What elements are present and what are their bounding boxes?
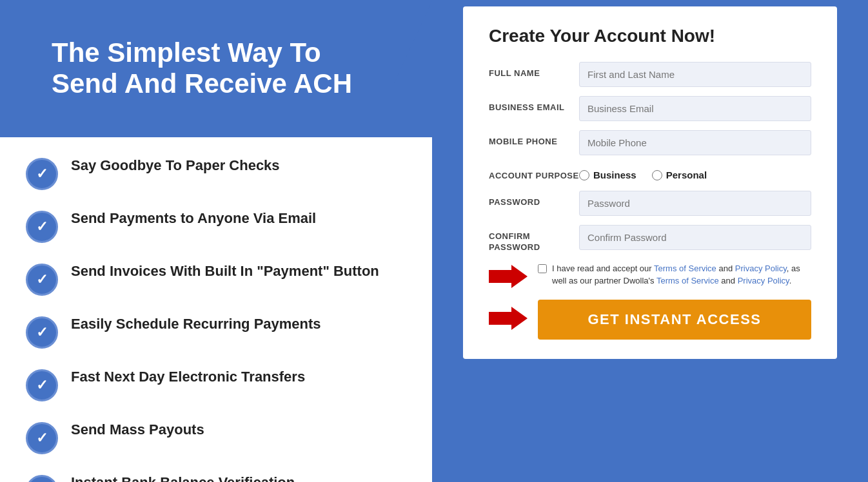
feature-item-fast-transfers: Fast Next Day Electronic Transfers: [26, 368, 406, 401]
terms-tos-link-1[interactable]: Terms of Service: [654, 264, 716, 273]
feature-item-mass-payouts: Send Mass Payouts: [26, 421, 406, 454]
account-purpose-label: ACCOUNT PURPOSE: [489, 164, 579, 182]
terms-pp-link-2[interactable]: Privacy Policy: [738, 276, 789, 285]
svg-marker-1: [489, 307, 528, 330]
checkmark-icon-5: [26, 369, 58, 401]
radio-business[interactable]: [579, 170, 589, 180]
submit-red-arrow-svg: [489, 307, 528, 330]
submit-row: GET INSTANT ACCESS: [489, 300, 811, 340]
checkmark-icon-2: [26, 211, 58, 243]
radio-personal-text: Personal: [666, 169, 707, 180]
checkmark-icon-1: [26, 158, 58, 190]
feature-text-7: Instant Bank Balance Verification: [71, 474, 295, 482]
terms-and-1: and: [716, 264, 735, 273]
checkmark-icon-3: [26, 264, 58, 296]
radio-business-label[interactable]: Business: [579, 169, 636, 180]
hero-section: The Simplest Way To Send And Receive ACH: [0, 0, 432, 137]
terms-row: I have read and accept our Terms of Serv…: [489, 262, 811, 289]
feature-text-4: Easily Schedule Recurring Payments: [71, 315, 321, 334]
signup-form-card: Create Your Account Now! FULL NAME BUSIN…: [463, 6, 837, 359]
svg-marker-0: [489, 265, 528, 288]
feature-item-email-payments: Send Payments to Anyone Via Email: [26, 209, 406, 243]
business-email-input[interactable]: [579, 96, 811, 121]
account-purpose-row: ACCOUNT PURPOSE Business Personal: [489, 164, 811, 182]
feature-item-invoices: Send Invoices With Built In "Payment" Bu…: [26, 262, 406, 296]
full-name-input[interactable]: [579, 62, 811, 87]
full-name-row: FULL NAME: [489, 62, 811, 87]
radio-personal-label[interactable]: Personal: [652, 169, 707, 180]
submit-button[interactable]: GET INSTANT ACCESS: [538, 300, 811, 340]
business-email-label: BUSINESS EMAIL: [489, 96, 579, 113]
checkmark-icon-6: [26, 422, 58, 454]
feature-text-3: Send Invoices With Built In "Payment" Bu…: [71, 262, 379, 281]
terms-and-2: and: [719, 276, 738, 285]
terms-prefix: I have read and accept our: [552, 264, 654, 273]
feature-text-6: Send Mass Payouts: [71, 421, 204, 439]
checkmark-icon-4: [26, 316, 58, 349]
confirm-password-input[interactable]: [579, 225, 811, 250]
terms-text: I have read and accept our Terms of Serv…: [552, 262, 811, 287]
terms-content: I have read and accept our Terms of Serv…: [538, 262, 811, 287]
right-panel: Create Your Account Now! FULL NAME BUSIN…: [432, 0, 868, 482]
confirm-password-label: CONFIRM PASSWORD: [489, 225, 579, 253]
terms-arrow-icon: [489, 264, 528, 289]
feature-item-paper-checks: Say Goodbye To Paper Checks: [26, 157, 406, 190]
password-input[interactable]: [579, 191, 811, 216]
feature-item-recurring: Easily Schedule Recurring Payments: [26, 315, 406, 349]
checkmark-icon-7: [26, 475, 58, 482]
left-panel: The Simplest Way To Send And Receive ACH…: [0, 0, 432, 482]
business-email-row: BUSINESS EMAIL: [489, 96, 811, 121]
feature-list: Say Goodbye To Paper Checks Send Payment…: [26, 157, 406, 482]
feature-text-5: Fast Next Day Electronic Transfers: [71, 368, 305, 387]
form-title: Create Your Account Now!: [489, 26, 811, 46]
terms-suffix: .: [789, 276, 792, 285]
terms-tos-link-2[interactable]: Terms of Service: [656, 276, 719, 285]
full-name-label: FULL NAME: [489, 62, 579, 79]
terms-checkbox[interactable]: [538, 264, 547, 273]
hero-title: The Simplest Way To Send And Receive ACH: [26, 19, 406, 118]
submit-arrow-icon: [489, 307, 528, 333]
feature-text-2: Send Payments to Anyone Via Email: [71, 209, 316, 228]
radio-business-text: Business: [593, 169, 636, 180]
radio-personal[interactable]: [652, 170, 662, 180]
red-arrow-svg: [489, 265, 528, 288]
feature-item-bank-balance: Instant Bank Balance Verification: [26, 474, 406, 482]
confirm-password-row: CONFIRM PASSWORD: [489, 225, 811, 253]
terms-pp-link-1[interactable]: Privacy Policy: [735, 264, 787, 273]
feature-text-1: Say Goodbye To Paper Checks: [71, 157, 280, 175]
mobile-phone-label: MOBILE PHONE: [489, 130, 579, 148]
mobile-phone-row: MOBILE PHONE: [489, 130, 811, 155]
account-purpose-options: Business Personal: [579, 164, 707, 180]
mobile-phone-input[interactable]: [579, 130, 811, 155]
password-row: PASSWORD: [489, 191, 811, 216]
password-label: PASSWORD: [489, 191, 579, 208]
features-section: Say Goodbye To Paper Checks Send Payment…: [0, 137, 432, 482]
page-wrapper: The Simplest Way To Send And Receive ACH…: [0, 0, 868, 482]
terms-checkbox-row: I have read and accept our Terms of Serv…: [538, 262, 811, 287]
